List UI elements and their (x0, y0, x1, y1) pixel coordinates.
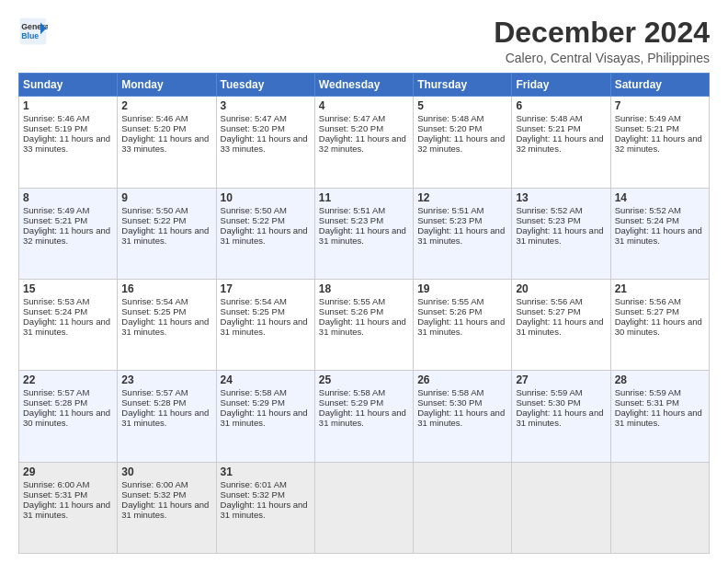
cal-cell: 23Sunrise: 5:57 AMSunset: 5:28 PMDayligh… (118, 371, 216, 462)
cal-cell (314, 462, 413, 553)
day-number: 4 (319, 99, 409, 112)
sunset: Sunset: 5:21 PM (23, 215, 87, 225)
daylight-label: Daylight: 11 hours and 31 minutes. (221, 500, 308, 520)
daylight-label: Daylight: 11 hours and 33 minutes. (23, 133, 110, 154)
sunrise: Sunrise: 5:51 AM (319, 205, 385, 215)
day-number: 28 (615, 373, 705, 386)
day-number: 6 (516, 99, 606, 112)
sunset: Sunset: 5:20 PM (417, 123, 482, 133)
sunrise: Sunrise: 5:46 AM (121, 113, 188, 123)
sunrise: Sunrise: 5:57 AM (121, 387, 188, 397)
cal-cell: 7Sunrise: 5:49 AMSunset: 5:21 PMDaylight… (610, 97, 709, 188)
sunset: Sunset: 5:26 PM (417, 306, 482, 316)
daylight-label: Daylight: 11 hours and 31 minutes. (615, 225, 702, 246)
logo: General Blue (18, 17, 48, 46)
daylight-label: Daylight: 11 hours and 31 minutes. (516, 225, 603, 246)
logo-icon: General Blue (18, 17, 48, 46)
day-number: 1 (23, 99, 113, 112)
daylight-label: Daylight: 11 hours and 30 minutes. (615, 316, 702, 337)
cal-cell: 24Sunrise: 5:58 AMSunset: 5:29 PMDayligh… (216, 371, 314, 462)
daylight-label: Daylight: 11 hours and 33 minutes. (221, 133, 308, 154)
sunset: Sunset: 5:32 PM (121, 489, 186, 500)
day-number: 16 (121, 282, 211, 295)
day-number: 7 (615, 99, 705, 112)
sunset: Sunset: 5:24 PM (615, 215, 679, 225)
day-number: 2 (121, 99, 211, 112)
sunrise: Sunrise: 5:49 AM (615, 113, 681, 123)
cal-cell: 21Sunrise: 5:56 AMSunset: 5:27 PMDayligh… (610, 279, 709, 370)
sunset: Sunset: 5:23 PM (417, 215, 482, 225)
sunset: Sunset: 5:30 PM (417, 397, 482, 408)
cal-cell: 18Sunrise: 5:55 AMSunset: 5:26 PMDayligh… (314, 279, 413, 370)
sunset: Sunset: 5:22 PM (221, 215, 285, 225)
cal-cell: 22Sunrise: 5:57 AMSunset: 5:28 PMDayligh… (19, 371, 118, 462)
sunrise: Sunrise: 5:56 AM (615, 296, 681, 306)
daylight-label: Daylight: 11 hours and 31 minutes. (121, 225, 209, 246)
sunrise: Sunrise: 5:57 AM (23, 387, 89, 397)
day-number: 24 (221, 373, 311, 386)
cal-cell: 9Sunrise: 5:50 AMSunset: 5:22 PMDaylight… (118, 188, 216, 279)
cal-cell: 20Sunrise: 5:56 AMSunset: 5:27 PMDayligh… (512, 279, 610, 370)
day-number: 19 (417, 282, 507, 295)
daylight-label: Daylight: 11 hours and 31 minutes. (121, 500, 209, 520)
day-number: 12 (417, 191, 507, 204)
sunrise: Sunrise: 5:58 AM (221, 387, 287, 397)
daylight-label: Daylight: 11 hours and 31 minutes. (221, 408, 308, 428)
sunrise: Sunrise: 6:00 AM (121, 479, 188, 489)
sunset: Sunset: 5:19 PM (23, 123, 87, 133)
cal-cell (610, 462, 709, 553)
sunrise: Sunrise: 5:58 AM (417, 387, 483, 397)
cal-cell (414, 462, 512, 553)
sunrise: Sunrise: 5:52 AM (615, 205, 681, 215)
cal-cell: 13Sunrise: 5:52 AMSunset: 5:23 PMDayligh… (512, 188, 610, 279)
col-header-monday: Monday (118, 74, 216, 97)
day-number: 11 (319, 191, 409, 204)
daylight-label: Daylight: 11 hours and 31 minutes. (121, 316, 209, 337)
sunset: Sunset: 5:21 PM (516, 123, 580, 133)
sunset: Sunset: 5:23 PM (516, 215, 580, 225)
cal-cell: 28Sunrise: 5:59 AMSunset: 5:31 PMDayligh… (610, 371, 709, 462)
daylight-label: Daylight: 11 hours and 32 minutes. (417, 133, 505, 154)
sunrise: Sunrise: 5:54 AM (121, 296, 188, 306)
daylight-label: Daylight: 11 hours and 33 minutes. (121, 133, 209, 154)
daylight-label: Daylight: 11 hours and 32 minutes. (516, 133, 603, 154)
cal-cell: 14Sunrise: 5:52 AMSunset: 5:24 PMDayligh… (610, 188, 709, 279)
day-number: 13 (516, 191, 606, 204)
day-number: 26 (417, 373, 507, 386)
sunset: Sunset: 5:32 PM (221, 489, 285, 500)
daylight-label: Daylight: 11 hours and 32 minutes. (23, 225, 110, 246)
sunrise: Sunrise: 5:53 AM (23, 296, 89, 306)
sunrise: Sunrise: 6:00 AM (23, 479, 89, 489)
cal-cell: 1Sunrise: 5:46 AMSunset: 5:19 PMDaylight… (19, 97, 118, 188)
cal-cell: 16Sunrise: 5:54 AMSunset: 5:25 PMDayligh… (118, 279, 216, 370)
sunset: Sunset: 5:24 PM (23, 306, 87, 316)
col-header-tuesday: Tuesday (216, 74, 314, 97)
day-number: 25 (319, 373, 409, 386)
col-header-thursday: Thursday (414, 74, 512, 97)
sunrise: Sunrise: 5:46 AM (23, 113, 89, 123)
cal-cell: 4Sunrise: 5:47 AMSunset: 5:20 PMDaylight… (314, 97, 413, 188)
sunset: Sunset: 5:31 PM (23, 489, 87, 500)
cal-cell: 19Sunrise: 5:55 AMSunset: 5:26 PMDayligh… (414, 279, 512, 370)
cal-cell: 25Sunrise: 5:58 AMSunset: 5:29 PMDayligh… (314, 371, 413, 462)
header: General Blue December 2024 Calero, Centr… (18, 17, 710, 65)
day-number: 20 (516, 282, 606, 295)
sunrise: Sunrise: 5:55 AM (319, 296, 385, 306)
daylight-label: Daylight: 11 hours and 30 minutes. (23, 408, 110, 428)
day-number: 31 (221, 465, 311, 478)
daylight-label: Daylight: 11 hours and 32 minutes. (319, 133, 406, 154)
daylight-label: Daylight: 11 hours and 31 minutes. (221, 225, 308, 246)
sunrise: Sunrise: 5:47 AM (319, 113, 385, 123)
sunset: Sunset: 5:27 PM (615, 306, 679, 316)
cal-cell: 5Sunrise: 5:48 AMSunset: 5:20 PMDaylight… (414, 97, 512, 188)
cal-cell: 29Sunrise: 6:00 AMSunset: 5:31 PMDayligh… (19, 462, 118, 553)
daylight-label: Daylight: 11 hours and 31 minutes. (221, 316, 308, 337)
sunset: Sunset: 5:25 PM (121, 306, 186, 316)
day-number: 3 (221, 99, 311, 112)
cal-cell: 26Sunrise: 5:58 AMSunset: 5:30 PMDayligh… (414, 371, 512, 462)
sunset: Sunset: 5:20 PM (121, 123, 186, 133)
cal-cell: 31Sunrise: 6:01 AMSunset: 5:32 PMDayligh… (216, 462, 314, 553)
day-number: 29 (23, 465, 113, 478)
day-number: 30 (121, 465, 211, 478)
col-header-friday: Friday (512, 74, 610, 97)
